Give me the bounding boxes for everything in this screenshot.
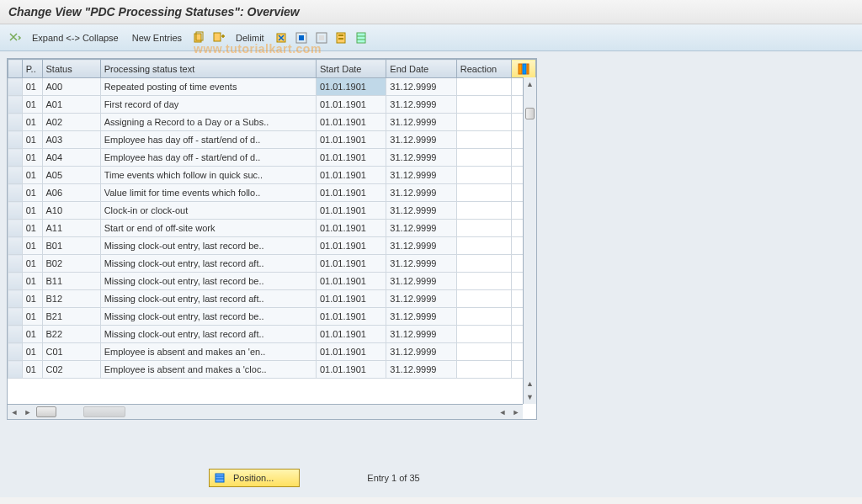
table-settings-icon[interactable] [354, 29, 370, 46]
cell-start[interactable]: 01.01.1901 [316, 78, 386, 96]
cell-start[interactable]: 01.01.1901 [316, 255, 386, 273]
cell-reaction[interactable] [456, 290, 512, 308]
cell-start[interactable]: 01.01.1901 [316, 184, 386, 202]
cell-end[interactable]: 31.12.9999 [386, 131, 456, 149]
cell-text[interactable]: Start or end of off-site work [100, 220, 316, 237]
table-row[interactable]: 01B11Missing clock-out entry, last recor… [8, 273, 536, 290]
cell-p[interactable]: 01 [22, 167, 42, 184]
cell-start[interactable]: 01.01.1901 [316, 167, 386, 184]
cell-start[interactable]: 01.01.1901 [316, 114, 386, 131]
row-selector[interactable] [8, 290, 23, 308]
scroll-left-icon[interactable]: ◄ [8, 408, 21, 416]
scroll-thumb-v[interactable] [525, 108, 535, 119]
cell-p[interactable]: 01 [22, 255, 42, 273]
cell-text[interactable]: Missing clock-out entry, last record be.… [100, 237, 316, 255]
cell-status[interactable]: B11 [42, 273, 100, 290]
row-selector[interactable] [8, 220, 23, 237]
cell-status[interactable]: C02 [42, 361, 100, 379]
cell-end[interactable]: 31.12.9999 [386, 361, 456, 379]
row-selector[interactable] [8, 361, 23, 379]
cell-start[interactable]: 01.01.1901 [316, 273, 386, 290]
new-entries-button[interactable]: New Entries [127, 31, 187, 45]
cell-text[interactable]: Time events which follow in quick suc.. [100, 167, 316, 184]
table-row[interactable]: 01A01First record of day01.01.190131.12.… [8, 96, 536, 114]
cell-start[interactable]: 01.01.1901 [316, 202, 386, 220]
cell-reaction[interactable] [456, 220, 512, 237]
delete-icon[interactable] [273, 29, 290, 46]
cell-status[interactable]: B21 [42, 308, 100, 326]
cell-start[interactable]: 01.01.1901 [316, 96, 386, 114]
cell-end[interactable]: 31.12.9999 [386, 202, 456, 220]
row-selector[interactable] [8, 308, 23, 326]
cell-status[interactable]: B02 [42, 255, 100, 273]
cell-status[interactable]: C01 [42, 343, 100, 361]
cell-end[interactable]: 31.12.9999 [386, 78, 456, 96]
cell-text[interactable]: Missing clock-out entry, last record be.… [100, 273, 316, 290]
cell-start[interactable]: 01.01.1901 [316, 149, 386, 167]
select-all-icon[interactable] [293, 29, 310, 46]
header-end[interactable]: End Date [386, 60, 456, 78]
header-rownum[interactable] [8, 60, 23, 78]
cell-p[interactable]: 01 [22, 149, 42, 167]
table-row[interactable]: 01A05Time events which follow in quick s… [8, 167, 536, 184]
row-selector[interactable] [8, 202, 23, 220]
cell-reaction[interactable] [456, 167, 512, 184]
cell-text[interactable]: Employee is absent and makes a 'cloc.. [100, 361, 316, 379]
cell-reaction[interactable] [456, 96, 512, 114]
cell-p[interactable]: 01 [22, 343, 42, 361]
cell-reaction[interactable] [456, 202, 512, 220]
cell-start[interactable]: 01.01.1901 [316, 361, 386, 379]
table-row[interactable]: 01A06Value limit for time events which f… [8, 184, 536, 202]
cell-status[interactable]: A05 [42, 167, 100, 184]
cell-text[interactable]: Employee has day off - start/end of d.. [100, 149, 316, 167]
cell-reaction[interactable] [456, 308, 512, 326]
cell-start[interactable]: 01.01.1901 [316, 220, 386, 237]
expand-collapse-button[interactable]: Expand <-> Collapse [27, 31, 124, 45]
scroll-down-icon[interactable]: ▲ [524, 377, 536, 390]
scroll-up-icon[interactable]: ▲ [524, 77, 536, 91]
row-selector[interactable] [8, 167, 23, 184]
cell-reaction[interactable] [456, 326, 512, 343]
cell-p[interactable]: 01 [22, 96, 42, 114]
cell-text[interactable]: Repeated posting of time events [100, 78, 316, 96]
cell-p[interactable]: 01 [22, 308, 42, 326]
cell-end[interactable]: 31.12.9999 [386, 273, 456, 290]
cell-status[interactable]: A06 [42, 184, 100, 202]
cell-status[interactable]: A00 [42, 78, 100, 96]
table-row[interactable]: 01B01Missing clock-out entry, last recor… [8, 237, 536, 255]
header-text[interactable]: Processing status text [100, 60, 316, 78]
cell-text[interactable]: First record of day [100, 96, 316, 114]
cell-status[interactable]: B22 [42, 326, 100, 343]
cell-status[interactable]: B12 [42, 290, 100, 308]
cell-p[interactable]: 01 [22, 290, 42, 308]
row-selector[interactable] [8, 78, 23, 96]
row-selector[interactable] [8, 114, 23, 131]
table-row[interactable]: 01A10Clock-in or clock-out01.01.190131.1… [8, 202, 536, 220]
cell-reaction[interactable] [456, 114, 512, 131]
cell-reaction[interactable] [456, 131, 512, 149]
scroll-left-end-icon[interactable]: ◄ [496, 408, 509, 416]
table-row[interactable]: 01A11Start or end of off-site work01.01.… [8, 220, 536, 237]
cell-p[interactable]: 01 [22, 202, 42, 220]
vertical-scrollbar[interactable]: ▲ ▲ ▼ [523, 77, 536, 404]
cell-reaction[interactable] [456, 149, 512, 167]
deselect-all-icon[interactable] [313, 29, 330, 46]
table-row[interactable]: 01C01Employee is absent and makes an 'en… [8, 343, 536, 361]
cell-end[interactable]: 31.12.9999 [386, 167, 456, 184]
cell-p[interactable]: 01 [22, 184, 42, 202]
table-row[interactable]: 01A04Employee has day off - start/end of… [8, 149, 536, 167]
cell-end[interactable]: 31.12.9999 [386, 237, 456, 255]
cell-reaction[interactable] [456, 237, 512, 255]
cell-end[interactable]: 31.12.9999 [386, 114, 456, 131]
table-row[interactable]: 01B12Missing clock-out entry, last recor… [8, 290, 536, 308]
cell-status[interactable]: A11 [42, 220, 100, 237]
horizontal-scrollbar[interactable]: ◄ ► ◄ ► [8, 404, 523, 419]
cell-p[interactable]: 01 [22, 220, 42, 237]
table-row[interactable]: 01A03Employee has day off - start/end of… [8, 131, 536, 149]
cell-text[interactable]: Assigning a Record to a Day or a Subs.. [100, 114, 316, 131]
cell-start[interactable]: 01.01.1901 [316, 237, 386, 255]
cell-text[interactable]: Missing clock-out entry, last record aft… [100, 326, 316, 343]
row-selector[interactable] [8, 96, 23, 114]
cell-status[interactable]: B01 [42, 237, 100, 255]
cell-text[interactable]: Employee has day off - start/end of d.. [100, 131, 316, 149]
